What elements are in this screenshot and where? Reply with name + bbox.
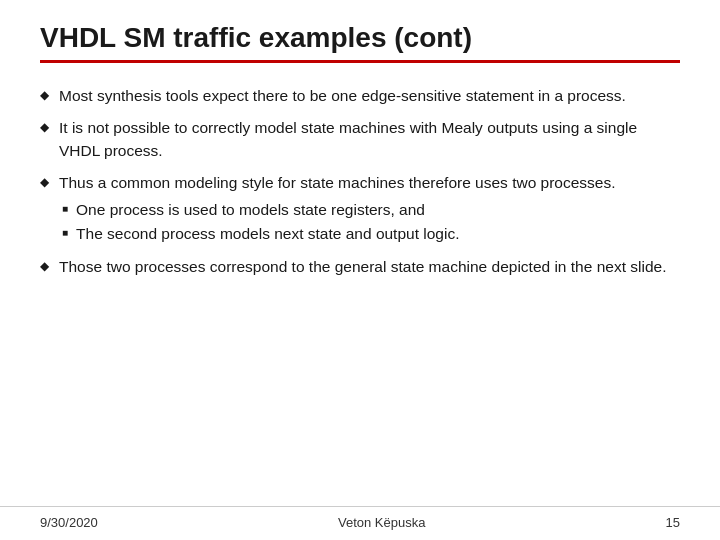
bullet-text: Those two processes correspond to the ge… <box>59 256 666 278</box>
slide-title: VHDL SM traffic examples (cont) <box>40 22 680 54</box>
bullet-icon: ◆ <box>40 120 49 134</box>
bullet-icon: ◆ <box>40 259 49 273</box>
title-underline <box>40 60 680 63</box>
bullet-text: It is not possible to correctly model st… <box>59 117 680 162</box>
list-item: ■ One process is used to models state re… <box>62 199 459 221</box>
list-item: ◆ Thus a common modeling style for state… <box>40 172 680 245</box>
list-item: ◆ It is not possible to correctly model … <box>40 117 680 162</box>
slide: VHDL SM traffic examples (cont) ◆ Most s… <box>0 0 720 540</box>
slide-content: ◆ Most synthesis tools expect there to b… <box>0 71 720 506</box>
footer-date: 9/30/2020 <box>40 515 98 530</box>
footer-author: Veton Këpuska <box>338 515 425 530</box>
bullet-icon: ◆ <box>40 175 49 189</box>
list-item: ◆ Most synthesis tools expect there to b… <box>40 85 680 107</box>
list-item: ■ The second process models next state a… <box>62 223 459 245</box>
sub-bullet-text: The second process models next state and… <box>76 223 459 245</box>
sub-bullet-list: ■ One process is used to models state re… <box>62 199 459 246</box>
slide-footer: 9/30/2020 Veton Këpuska 15 <box>0 506 720 540</box>
list-item: ◆ Those two processes correspond to the … <box>40 256 680 278</box>
footer-page: 15 <box>666 515 680 530</box>
sub-bullet-icon: ■ <box>62 203 68 214</box>
sub-bullet-icon: ■ <box>62 227 68 238</box>
bullet-text: Most synthesis tools expect there to be … <box>59 85 626 107</box>
sub-bullet-text: One process is used to models state regi… <box>76 199 425 221</box>
bullet-text: Thus a common modeling style for state m… <box>59 172 616 194</box>
slide-header: VHDL SM traffic examples (cont) <box>0 0 720 71</box>
bullet-icon: ◆ <box>40 88 49 102</box>
